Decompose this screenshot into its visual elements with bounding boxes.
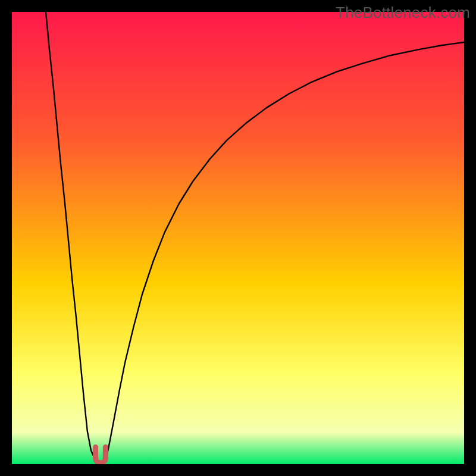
watermark-text: TheBottleneck.com — [336, 4, 470, 22]
plot-area — [12, 12, 464, 464]
chart-svg — [12, 12, 464, 464]
chart-frame: TheBottleneck.com — [0, 0, 476, 476]
gradient-background — [12, 12, 464, 464]
